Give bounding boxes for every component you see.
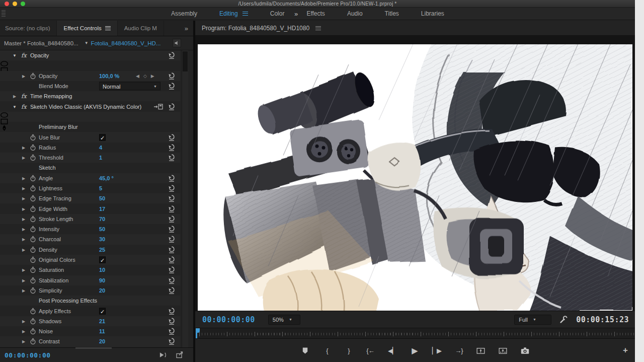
panel-tab-audio-clip-m[interactable]: Audio Clip M [118,21,164,36]
stopwatch-icon[interactable] [30,175,36,181]
playhead[interactable] [196,328,197,338]
reset-parameter-icon[interactable] [168,246,175,253]
scrollbar-thumb[interactable] [183,51,188,71]
program-timecode[interactable]: 00:00:00:00 [202,315,255,324]
param-checkbox[interactable]: ✓ [99,257,106,263]
reset-parameter-icon[interactable] [168,266,175,274]
stopwatch-icon[interactable] [30,236,36,243]
settings-wrench-icon[interactable] [559,315,568,324]
extract-button[interactable] [499,346,507,355]
reset-parameter-icon[interactable] [168,174,175,182]
prev-keyframe-icon[interactable]: ◀ [136,74,139,79]
lift-button[interactable] [476,346,485,355]
clip-instance-tab[interactable]: ▼ Fotolia_84840580_V_HD... [85,40,161,46]
param-value[interactable]: 10 [99,267,105,273]
twirl-closed-icon[interactable]: ▶ [21,319,26,323]
reset-parameter-icon[interactable] [168,52,175,59]
workspace-tab-color[interactable]: Color [270,10,285,17]
panel-overflow-chevron[interactable]: » [185,25,188,32]
param-value[interactable]: 1 [99,155,102,161]
reset-parameter-icon[interactable] [168,226,175,233]
param-value[interactable]: 45,0 ° [99,175,114,181]
workspace-overflow-chevron[interactable]: » [294,10,298,18]
workspace-tab-audio[interactable]: Audio [347,10,363,17]
horizontal-scrollbar-thumb[interactable] [75,347,112,349]
zoom-level-dropdown[interactable]: 50% ▼ [268,315,300,325]
twirl-closed-icon[interactable]: ▶ [21,329,26,334]
workspace-tab-effects[interactable]: Effects [306,10,325,17]
reset-parameter-icon[interactable] [168,72,175,80]
param-value[interactable]: 21 [99,318,105,324]
reset-parameter-icon[interactable] [168,143,175,151]
audio-toggle-button[interactable] [173,39,181,47]
stopwatch-icon[interactable] [30,195,36,202]
twirl-closed-icon[interactable]: ▶ [21,227,26,232]
stopwatch-icon[interactable] [30,338,36,345]
panel-menu-icon[interactable] [105,26,111,30]
export-frame-button[interactable] [521,346,529,355]
panel-tab-effect-controls[interactable]: Effect Controls [57,21,117,36]
stopwatch-icon[interactable] [30,277,36,283]
twirl-closed-icon[interactable]: ▶ [21,156,26,160]
param-value[interactable]: 100,0 % [99,73,119,79]
stopwatch-icon[interactable] [30,318,36,324]
stopwatch-icon[interactable] [30,226,36,233]
export-icon[interactable] [176,351,184,358]
add-keyframe-icon[interactable]: ◇ [143,74,147,79]
program-title[interactable]: Program: Fotolia_84840580_V_HD1080 [202,25,309,32]
playback-resolution-dropdown[interactable]: Full ▼ [514,315,551,325]
button-editor-button[interactable]: + [623,345,628,355]
param-value[interactable]: 20 [99,287,105,294]
twirl-closed-icon[interactable]: ▶ [21,176,26,180]
param-value[interactable]: 25 [99,247,105,253]
param-value[interactable]: 50 [99,195,105,201]
reset-parameter-icon[interactable] [168,286,175,294]
effect-controls-timecode[interactable]: 00:00:00:00 [5,351,51,359]
workspace-tab-libraries[interactable]: Libraries [421,10,444,17]
twirl-closed-icon[interactable]: ▶ [21,186,26,191]
twirl-closed-icon[interactable]: ▶ [21,206,26,211]
stopwatch-icon[interactable] [30,205,36,212]
play-around-icon[interactable] [159,351,168,358]
stopwatch-icon[interactable] [30,257,36,263]
twirl-closed-icon[interactable]: ▶ [21,247,26,252]
effect-setup-icon[interactable] [153,103,163,110]
ellipse-mask-icon[interactable] [0,112,180,118]
twirl-closed-icon[interactable]: ▶ [21,196,26,201]
stopwatch-icon[interactable] [30,215,36,222]
reset-parameter-icon[interactable] [168,215,175,223]
param-checkbox[interactable]: ✓ [99,134,106,140]
stopwatch-icon[interactable] [30,246,36,253]
go-to-out-button[interactable]: →} [455,346,463,355]
reset-parameter-icon[interactable] [168,276,175,284]
ellipse-mask-icon[interactable] [0,60,180,67]
twirl-closed-icon[interactable]: ▶ [21,288,26,293]
vertical-scrollbar[interactable] [182,50,188,347]
twirl-closed-icon[interactable]: ▶ [21,216,26,221]
stopwatch-icon[interactable] [30,308,36,314]
param-value[interactable]: 30 [99,236,105,242]
reset-parameter-icon[interactable] [168,154,175,162]
twirl-open-icon[interactable]: ▼ [12,104,17,109]
reset-parameter-icon[interactable] [168,338,175,345]
param-value[interactable]: 90 [99,277,105,283]
workspace-tab-editing[interactable]: Editing [219,10,248,17]
param-value[interactable]: 4 [99,144,102,151]
reset-parameter-icon[interactable] [168,185,175,192]
add-marker-button[interactable] [301,346,309,355]
workspace-tab-titles[interactable]: Titles [385,10,399,17]
param-value[interactable]: 11 [99,328,105,334]
step-back-button[interactable]: ◀▏ [388,346,397,355]
step-forward-button[interactable]: ▏▶ [432,346,441,355]
master-clip-tab[interactable]: Master * Fotolia_84840580... [4,40,78,46]
panel-grip-icon[interactable] [2,10,6,17]
stopwatch-icon[interactable] [30,73,36,79]
param-value[interactable]: 5 [99,185,102,191]
go-to-in-button[interactable]: {← [366,346,374,355]
param-value[interactable]: 70 [99,216,105,222]
reset-parameter-icon[interactable] [168,205,175,212]
param-value[interactable]: 50 [99,226,105,232]
stopwatch-icon[interactable] [30,185,36,192]
param-value[interactable]: 17 [99,206,105,212]
stopwatch-icon[interactable] [30,144,36,151]
